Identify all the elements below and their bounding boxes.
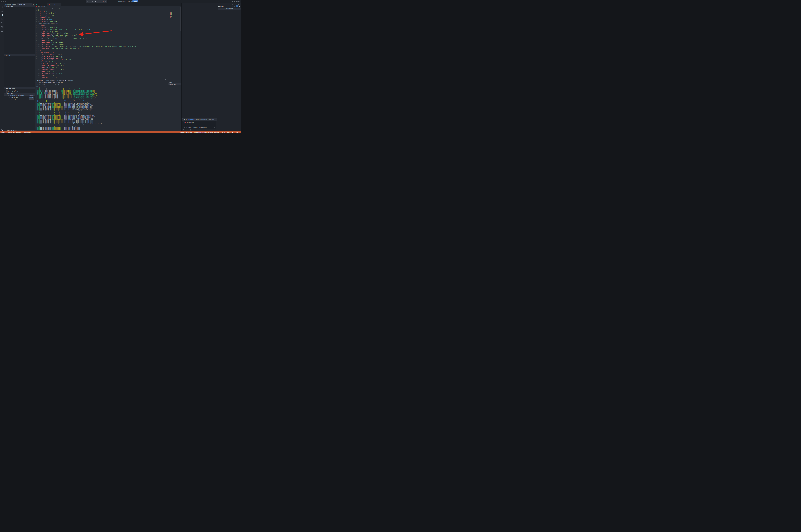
terminal-line: Debugger attached. <box>36 87 166 88</box>
pause-icon[interactable] <box>90 1 91 2</box>
watch-body <box>4 56 35 87</box>
status-item-main+[interactable]: main+ <box>1 131 5 133</box>
close-chat-icon[interactable] <box>240 3 241 5</box>
status-item-spaces:[interactable]: Spaces: 2 <box>214 131 219 133</box>
toggle-panel-bottom-icon[interactable] <box>234 1 237 2</box>
code-line: 31··"author": "", <box>35 17 169 19</box>
minimap[interactable] <box>170 9 176 23</box>
codelens[interactable]: ❖ Bun: Debug | ▷ Bun: Run | ▷ Debug <box>35 23 169 24</box>
status-item-lf[interactable]: LF <box>224 131 225 133</box>
chevron-down-icon[interactable] <box>157 79 158 80</box>
send-icon[interactable] <box>214 127 215 128</box>
search-icon[interactable] <box>234 6 235 7</box>
layout-more-icon[interactable] <box>239 1 240 2</box>
terminal-line: [Nest] 58475 - 04/26/2026, 12:25:03 PM L… <box>36 89 166 90</box>
code-line: 34··"name": "nest_proj", <box>35 11 169 13</box>
window-zoom-button[interactable] <box>5 1 6 2</box>
section-call-stack[interactable]: ∨CALL STACK <box>4 93 35 95</box>
section-watch[interactable]: ∨WATCH <box>4 54 35 56</box>
mode-select[interactable]: Agent <box>188 127 190 128</box>
toggle-panel-left-icon[interactable] <box>232 1 234 2</box>
sidebar-item-extensions[interactable] <box>0 18 3 21</box>
panel-tab-terminal[interactable]: TERMINAL <box>37 79 43 82</box>
code-editor[interactable]: 35{34··"name": "nest_proj",33··"version"… <box>35 9 169 78</box>
window-close-button[interactable] <box>1 1 2 2</box>
approvals-select[interactable]: Default Approvals ∨ <box>190 129 201 131</box>
maximize-panel-icon[interactable] <box>163 79 164 80</box>
create-agent-command[interactable]: /create-agent <box>188 119 194 120</box>
update-button[interactable]: Update <box>132 0 138 2</box>
status-item-chenweiyan[interactable]: chenweiyan (2 years ago) <box>192 131 207 133</box>
chevron-down-icon[interactable] <box>230 3 231 5</box>
code-line: 27····"build": "nest build", <box>35 26 169 28</box>
terminal-session-zsh[interactable]: zsh <box>168 81 181 83</box>
activity-bar: 1 1 <box>0 3 4 131</box>
toggle-sessions-sidebar-icon[interactable] <box>239 6 240 7</box>
call-stack-item[interactable]: ∨nest [58452]RUNNING <box>4 96 35 98</box>
status-item-oxc[interactable]: oxc <box>234 131 238 133</box>
sidebar-item-github[interactable] <box>0 30 3 33</box>
status-item-bell[interactable] <box>238 131 240 133</box>
step-over-icon[interactable] <box>92 1 94 2</box>
tab-launch-json[interactable]: launch.jsonM <box>35 3 48 6</box>
terminal-output[interactable]: [12:25:00 PM] Starting compilation in wa… <box>36 82 166 130</box>
toggle-secondary-sidebar-icon[interactable] <box>237 1 239 2</box>
new-terminal-icon[interactable] <box>154 79 156 80</box>
sidebar-item-diff[interactable] <box>0 26 3 28</box>
context-chip[interactable]: +npackage.json <box>183 121 195 124</box>
breakpoint-item[interactable]: Caught Exceptions <box>4 89 35 91</box>
close-icon[interactable]: × <box>59 3 59 5</box>
drag-grip-icon[interactable] <box>87 1 89 2</box>
launch-config-select[interactable]: debug nest ∨ <box>17 3 32 5</box>
breakpoints-body: Caught ExceptionsUncaught Exceptions <box>4 89 35 93</box>
checkbox[interactable] <box>6 90 8 91</box>
status-item-{[interactable]: { } JSON <box>226 131 230 133</box>
new-session-button[interactable]: New Session <box>218 8 241 10</box>
status-item-debug[interactable]: debug nest (nest_proj) <box>8 131 20 133</box>
title-bar: package.json — nest_proj Update <box>0 0 241 3</box>
panel-tab-output[interactable]: OUTPUT <box>68 79 73 82</box>
filter-button[interactable] <box>236 5 238 7</box>
start-debug-icon[interactable] <box>17 4 18 5</box>
editor-scrollbar[interactable] <box>180 7 181 31</box>
panel-tab-problems[interactable]: PROBLEMS1 <box>57 79 66 82</box>
status-item-github[interactable] <box>232 131 233 133</box>
code-line: 12····"@nestjs/core": "^9.0.0", <box>35 55 169 57</box>
sidebar-item-explorer[interactable] <box>0 6 3 8</box>
terminal-line: [NEST] 2026-04-26 12:25:06 info [RouterE… <box>36 120 166 121</box>
maximize-chat-icon[interactable] <box>237 3 239 5</box>
section-breakpoints[interactable]: ∨BREAKPOINTS <box>4 87 35 90</box>
step-into-icon[interactable] <box>95 1 96 2</box>
sidebar-item-testing[interactable] <box>0 22 3 25</box>
panel-tab-debug-console[interactable]: DEBUG CONSOLE <box>45 79 55 82</box>
env-select[interactable]: Local ∨ <box>183 129 188 131</box>
status-item-chenweiyan[interactable]: chenweiyan, 2 years ago <box>178 131 192 133</box>
status-item-utf-8[interactable]: UTF-8 <box>220 131 223 133</box>
code-line: 21····"lint": "eslint \"{src,apps,libs,t… <box>35 38 169 40</box>
section-variables[interactable]: ∨VARIABLES <box>4 5 35 7</box>
tab-package-json[interactable]: n package.json× <box>48 3 61 6</box>
more-actions-icon[interactable] <box>159 79 160 80</box>
attach-plus-icon[interactable] <box>184 127 185 128</box>
sliders-icon[interactable] <box>208 127 209 128</box>
chevron-down-icon: ∨ <box>31 3 32 5</box>
terminal-session-debug-nest[interactable]: debug nest <box>168 83 181 85</box>
window-minimize-button[interactable] <box>3 1 4 2</box>
launch-settings-gear-icon[interactable]: ⚙ <box>33 3 34 5</box>
sidebar-item-search[interactable] <box>0 10 3 12</box>
new-chat-icon[interactable] <box>227 3 229 5</box>
model-select[interactable]: Gemini 3.1 Pro (Preview) <box>193 127 205 128</box>
refresh-icon[interactable] <box>232 6 233 7</box>
breadcrumb[interactable]: npackage.json <box>35 6 181 7</box>
call-stack-item[interactable]: ∨npm [58419] « debug nestRUNNING <box>4 95 35 96</box>
chat-input-box[interactable]: +npackage.json Describe what to build Ag… <box>182 121 216 129</box>
code-line: 33··"version": "0.0.1", <box>35 13 169 15</box>
chat-settings-gear-icon[interactable] <box>232 3 233 5</box>
call-stack-item[interactable]: main [58475]RUNNING <box>4 98 35 100</box>
close-panel-icon[interactable] <box>165 79 167 80</box>
step-out-icon[interactable] <box>97 1 99 2</box>
agent-mode-icon[interactable] <box>186 127 187 128</box>
status-item-package.json[interactable]: package.json <box>24 131 31 133</box>
status-item-ln[interactable]: Ln 36, Col 5 <box>207 131 213 133</box>
chat-more-icon[interactable] <box>234 3 235 5</box>
